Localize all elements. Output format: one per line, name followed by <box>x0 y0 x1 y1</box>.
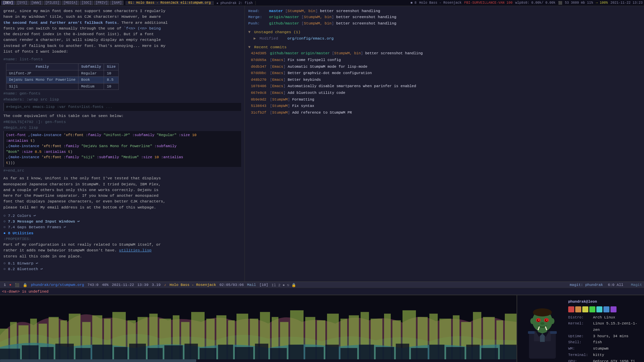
code-equiv-text: The code equivalent of this table can be… <box>3 113 241 119</box>
gpu-label: GPU: <box>568 358 592 362</box>
tag-dev[interactable]: [DEV] <box>1 1 15 5</box>
head-branch: master <box>269 9 283 13</box>
head-label: Head: <box>248 9 267 13</box>
commits-list: 424d305 github/master origin/master [Stu… <box>248 50 641 116</box>
right-mode: Magit <box>631 283 642 287</box>
results-line: #RESULTS[4792 :]: gen-fonts <box>3 119 241 125</box>
status-time: 13:39 <box>136 283 150 287</box>
tag-sys[interactable]: [SYS] <box>15 1 29 5</box>
toc-item-2[interactable]: ○ 7.3 Message and Input Windows ↩ <box>3 219 241 224</box>
swatch-purple <box>610 306 616 312</box>
avatar-svg <box>524 302 561 359</box>
swatch-yellow <box>582 306 588 312</box>
datetime: 2021-11-22 13:23 <box>610 1 643 5</box>
distro-label: Distro: <box>568 314 592 321</box>
intro-text: great, since my main font does not suppo… <box>3 8 241 54</box>
tag-priv[interactable]: [PRIV] <box>94 1 109 5</box>
info-gpu1: GPU: GeForce GTX 1650 Ti Mobile <box>568 358 641 362</box>
lisp-code-block: (set-font ,(make-instance 'xft:font :fam… <box>3 131 241 167</box>
disk-icon: ⬛ <box>558 1 562 5</box>
svg-point-91 <box>530 318 534 324</box>
workspace-tags[interactable]: [DEV] [SYS] [WWW] [FILES] [MEDIA] [SOC] … <box>1 1 123 5</box>
top-bar: [DEV] [SYS] [WWW] [FILES] [MEDIA] [SOC] … <box>0 0 644 6</box>
window-title-2[interactable]: ★ phundrak 2: fish <box>214 1 256 5</box>
swatch-cyan <box>596 306 602 312</box>
visualization <box>0 295 517 362</box>
commit-row-3[interactable]: 07dd0bc [Emacs] Better graphviz-dot mode… <box>251 70 641 77</box>
color-swatches <box>568 306 641 312</box>
scrollbar-thumb[interactable] <box>0 359 196 362</box>
headers-wrap: #headers: :wrap src lisp <box>3 97 241 102</box>
commit-row-5[interactable]: 1078406 [Emacs] Automatically disable sm… <box>251 83 641 90</box>
buffer-number: 1 <box>2 283 8 287</box>
kernel-value: Linux 5.15.3-zen1-1-zen <box>593 320 641 333</box>
file-path: phundrak/org/stumpwm.org <box>29 283 86 287</box>
scrollbar-track[interactable] <box>0 359 517 362</box>
uptime-label: Uptime: <box>568 333 592 340</box>
swatch-green <box>589 306 595 312</box>
utilities-desc3: stores all this code in one place. <box>3 253 241 259</box>
terminal-label: Terminal: <box>568 352 592 358</box>
commit-row-6[interactable]: 667e0c8 [Emacs] Add bluetooth utility co… <box>251 90 641 97</box>
tag-gam[interactable]: [GAM] <box>110 1 123 5</box>
push-value: github/master <box>269 21 299 25</box>
svg-rect-93 <box>528 331 535 334</box>
toc-section: ○ 7.2 Colors ↩ ○ 7.3 Message and Input W… <box>3 213 241 272</box>
commit-row-9[interactable]: 31cfb2f [StumpWM] Add reference to Stump… <box>251 110 641 116</box>
svg-point-88 <box>538 319 539 321</box>
merge-label: Merge: <box>248 15 267 19</box>
svg-point-89 <box>546 319 547 321</box>
utilities-desc2: rather it adds new behavior StumpWM does… <box>3 247 241 253</box>
info-wm: WM: stumpwm <box>568 346 641 352</box>
toc-item-6[interactable]: ○ 8.2 Bluetooth ↩ <box>3 266 241 272</box>
magit-info: magit: phundrak <box>570 283 603 287</box>
commit-row-7[interactable]: 0b9e9d2 [StumpWM] Formatting <box>251 97 641 103</box>
cursor-pos: 6:0 All <box>608 283 623 287</box>
push-label: Push: <box>248 21 267 25</box>
buffer-pct: 40% <box>100 283 110 287</box>
swatch-orange <box>575 306 581 312</box>
tag-soc[interactable]: [SOC] <box>80 1 93 5</box>
tag-files[interactable]: [FILES] <box>44 1 61 5</box>
toc-item-4[interactable]: ● 8 Utilities <box>3 230 241 236</box>
end-src: #+end_src <box>3 168 241 173</box>
commit-row-4[interactable]: d48b270 [Emacs] Better keybinds <box>251 77 641 83</box>
tag-www[interactable]: [WWW] <box>30 1 43 5</box>
modified-triangle: ▶ <box>254 36 256 41</box>
toc-item-1[interactable]: ○ 7.2 Colors ↩ <box>3 213 241 219</box>
begin-src2: #Begin_src lisp <box>3 125 241 130</box>
commits-triangle: ▼ <box>248 45 251 49</box>
fonts-table: FamilySubfamilySize Unifont-JPRegular10 … <box>6 63 119 90</box>
disk-stat: 53 3609 mb 11% <box>565 1 593 5</box>
head-tag: StumpWM, bin <box>287 9 315 13</box>
commit-row-1[interactable]: 07dd65a [Emacs] Fix some flyspell config <box>251 57 641 64</box>
wm-label: WM: <box>568 346 592 352</box>
distro-value: Arch Linux <box>593 314 615 321</box>
window-count: ■ 8 <box>411 1 417 5</box>
tag-media[interactable]: [MEDIA] <box>62 1 79 5</box>
commit-row-2[interactable]: d6db347 [Emacs] Automatic StumpWM mode f… <box>251 64 641 70</box>
modified-row: ▶ Modified org/config/emacs.org <box>248 36 641 42</box>
swatch-blue <box>603 306 609 312</box>
music-note: ♪ <box>162 283 168 287</box>
swatch-red <box>568 306 574 312</box>
info-distro: Distro: Arch Linux <box>568 314 641 321</box>
status-bar: 1 ● ⬛ 🔒 phundrak/org/stumpwm.org 743:0 4… <box>0 282 644 288</box>
wm-value: stumpwm <box>593 346 608 352</box>
properties-line: :PROPERTIES: <box>3 236 241 242</box>
top-bar-right: ■ 8 Holo Bass - Rosenjack FBI-SURVEILLAN… <box>411 1 643 5</box>
buffer-coords: 743:0 <box>86 283 100 287</box>
info-kernel: Kernel: Linux 5.15.3-zen1-1-zen <box>568 320 641 333</box>
para2-text: As far as I know, Unifont is the only fo… <box>3 175 241 210</box>
commit-row-0[interactable]: 424d305 github/master origin/master [Stu… <box>251 50 641 57</box>
toc-item-5[interactable]: ○ 8.1 Binwarp ↩ <box>3 260 241 266</box>
window-titles: 01: Holo Bass - RosenJack eli:stumpwm.or… <box>125 1 411 5</box>
svg-rect-94 <box>550 331 557 334</box>
modified-indicator: ● <box>8 283 13 287</box>
toc-item-3[interactable]: ○ 7.4 Gaps Between Frames ↩ <box>3 224 241 230</box>
merge-value: origin/master <box>269 15 299 19</box>
commit-row-8[interactable]: 5138643 [StumpWM] Fix syntax <box>251 103 641 110</box>
window-title-1[interactable]: 01: Holo Bass - RosenJack eli:stumpwm.or… <box>125 1 214 5</box>
kernel-label: Kernel: <box>568 320 592 333</box>
info-uptime: Uptime: 3 hours, 34 mins <box>568 333 641 340</box>
